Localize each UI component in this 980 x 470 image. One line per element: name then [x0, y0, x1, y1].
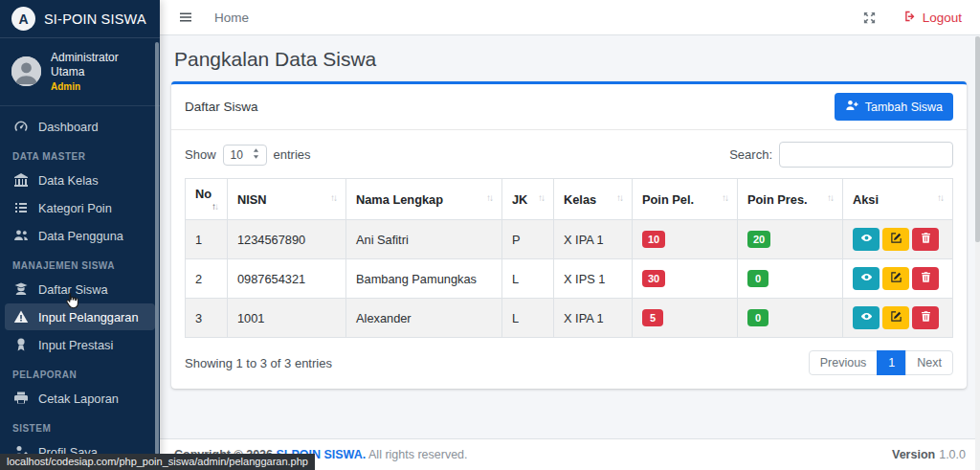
trash-icon: [920, 232, 932, 247]
col-header-nisn[interactable]: NISN↑↓: [228, 179, 346, 220]
sidebar: A SI-POIN SISWA Administrator Utama Admi…: [0, 0, 160, 470]
cell-nisn: 1234567890: [228, 220, 346, 259]
search-label: Search:: [729, 147, 772, 162]
sidebar-item-data-kelas[interactable]: Data Kelas: [5, 167, 155, 193]
poin-pres-badge: 0: [747, 270, 768, 287]
cell-aksi: [843, 259, 953, 299]
page-length-value: 10: [231, 148, 243, 162]
cell-nama: Alexander: [346, 299, 502, 338]
table-controls: Show 10 entries Search:: [185, 142, 953, 168]
pagination-next[interactable]: Next: [905, 350, 953, 375]
user-panel: Administrator Utama Admin: [0, 38, 160, 106]
sidebar-item-dashboard[interactable]: Dashboard: [5, 113, 155, 140]
cell-jk: L: [502, 299, 554, 338]
col-header-aksi[interactable]: Aksi↑↓: [843, 179, 953, 220]
nav-home-link[interactable]: Home: [214, 11, 249, 25]
version-label: Version: [892, 448, 935, 461]
edit-button[interactable]: [882, 267, 909, 290]
search-input[interactable]: [779, 142, 953, 168]
delete-button[interactable]: [912, 267, 939, 290]
page-length-select[interactable]: 10: [223, 145, 267, 166]
page-scrollbar[interactable]: [975, 36, 980, 470]
col-header-poin-pres[interactable]: Poin Pres.↑↓: [738, 179, 843, 220]
delete-button[interactable]: [912, 228, 939, 251]
status-url: localhost/codesiap.com/php_poin_siswa/ad…: [0, 454, 315, 470]
sort-icon: ↑↓: [330, 192, 336, 203]
user-name: Administrator Utama: [51, 51, 148, 79]
sidebar-item-label: Dashboard: [38, 120, 99, 134]
col-header-no[interactable]: No↑↓: [186, 179, 228, 220]
pagination-page-1[interactable]: 1: [877, 350, 906, 375]
search-control: Search:: [729, 142, 953, 168]
eye-icon: [860, 232, 873, 247]
page-title: Pangkalan Data Siswa: [174, 48, 964, 71]
sidebar-item-label: Kategori Poin: [38, 201, 112, 215]
navbar-right: Logout: [862, 10, 962, 26]
table-info: Showing 1 to 3 of 3 entries: [185, 356, 332, 370]
sidebar-item-kategori-poin[interactable]: Kategori Poin: [5, 194, 155, 221]
edit-button[interactable]: [882, 228, 909, 251]
logo-letter: A: [18, 11, 28, 27]
cell-poin-pel: 10: [633, 220, 738, 259]
app-logo-icon: A: [11, 7, 35, 31]
edit-icon: [890, 271, 902, 286]
printer-icon: [13, 391, 29, 406]
cell-aksi: [843, 299, 953, 338]
view-button[interactable]: [853, 267, 880, 290]
sidebar-item-label: Input Pelanggaran: [38, 310, 139, 325]
brand-link[interactable]: A SI-POIN SISWA: [0, 0, 160, 38]
edit-button[interactable]: [882, 306, 909, 329]
col-header-kelas[interactable]: Kelas↑↓: [554, 179, 633, 220]
sidebar-scrollbar[interactable]: [155, 42, 159, 455]
cell-jk: L: [502, 259, 554, 299]
logout-button[interactable]: Logout: [903, 10, 962, 26]
poin-pel-badge: 5: [642, 309, 663, 326]
poin-pres-badge: 20: [747, 231, 770, 248]
sidebar-item-cetak-laporan[interactable]: Cetak Laporan: [5, 385, 155, 412]
card-body: Show 10 entries Search:: [171, 130, 967, 389]
sidebar-item-input-pelanggaran[interactable]: Input Pelanggaran: [5, 303, 155, 330]
col-header-jk[interactable]: JK↑↓: [502, 179, 554, 220]
sidebar-item-label: Data Pengguna: [38, 229, 123, 243]
content: Pangkalan Data Siswa Daftar Siswa Tambah…: [160, 35, 980, 438]
table-footer: Showing 1 to 3 of 3 entries Previous 1 N…: [185, 350, 953, 375]
cell-jk: P: [502, 220, 554, 259]
menu-toggle-icon[interactable]: [178, 10, 193, 25]
sort-icon: ↑↓: [827, 192, 833, 203]
copyright-suffix: All rights reserved.: [366, 448, 467, 461]
medal-icon: [13, 337, 29, 352]
users-icon: [13, 228, 29, 243]
entries-label: entries: [274, 147, 311, 162]
cell-poin-pel: 30: [633, 259, 738, 299]
pagination-previous[interactable]: Previous: [809, 350, 879, 375]
sidebar-item-daftar-siswa[interactable]: Daftar Siswa: [5, 276, 155, 302]
sidebar-item-data-pengguna[interactable]: Data Pengguna: [5, 222, 155, 249]
version-value: 1.0.0: [939, 448, 966, 461]
sort-icon: ↑↓: [538, 192, 544, 203]
view-button[interactable]: [853, 306, 880, 329]
sort-icon: ↑↓: [722, 192, 727, 203]
list-icon: [13, 200, 29, 215]
sidebar-item-label: Daftar Siswa: [38, 282, 108, 297]
students-table: No↑↓ NISN↑↓ Nama Lengkap↑↓ JK↑↓ Kelas↑↓ …: [185, 178, 953, 338]
sort-icon: ↑↓: [616, 192, 622, 203]
trash-icon: [920, 271, 932, 286]
delete-button[interactable]: [912, 306, 939, 329]
user-meta: Administrator Utama Admin: [51, 51, 148, 92]
card-header: Daftar Siswa Tambah Siswa: [171, 84, 967, 130]
table-row: 1 1234567890 Ani Safitri P X IPA 1 10 20: [186, 220, 953, 259]
fullscreen-icon[interactable]: [862, 11, 877, 25]
edit-icon: [890, 310, 902, 325]
sidebar-heading-manajemen-siswa: MANAJEMEN SISWA: [0, 250, 160, 275]
poin-pel-badge: 30: [642, 270, 665, 287]
user-avatar: [11, 56, 41, 86]
pagination: Previous 1 Next: [810, 350, 953, 375]
col-header-nama-lengkap[interactable]: Nama Lengkap↑↓: [346, 179, 502, 220]
view-button[interactable]: [853, 228, 880, 251]
col-header-poin-pel[interactable]: Poin Pel.↑↓: [633, 179, 738, 220]
cell-poin-pres: 20: [738, 220, 843, 259]
sidebar-item-input-prestasi[interactable]: Input Prestasi: [5, 331, 155, 358]
add-student-button[interactable]: Tambah Siswa: [835, 93, 953, 121]
show-label: Show: [185, 147, 216, 162]
page-scrollbar-thumb[interactable]: [975, 36, 980, 242]
